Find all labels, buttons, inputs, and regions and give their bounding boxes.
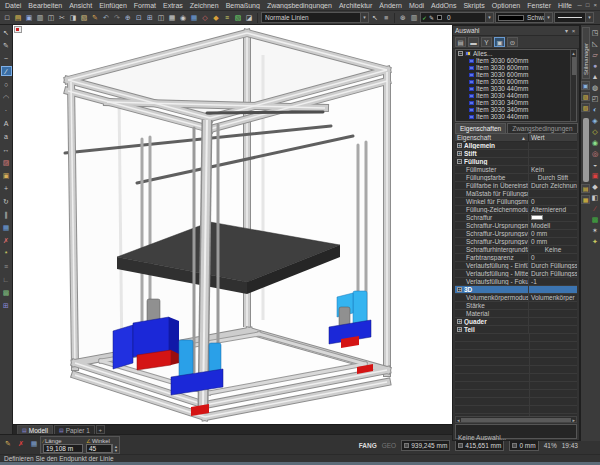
property-value[interactable]: -1 xyxy=(531,278,537,285)
dimension-tool-icon[interactable]: ↔ xyxy=(1,144,12,154)
dock-style-icon[interactable]: ▤ xyxy=(581,184,590,193)
menu-item[interactable]: AddOns xyxy=(431,2,456,9)
property-row[interactable]: Füllfarbe in Übereinsti... Durch Zeichnu… xyxy=(455,182,577,190)
text-tool-icon[interactable]: A xyxy=(1,118,12,128)
expand-icon[interactable]: + xyxy=(457,319,462,324)
edit-command-icon[interactable]: ✎ xyxy=(3,439,13,449)
slice-icon[interactable]: ∕ xyxy=(591,204,600,213)
property-row[interactable]: Füllung-Zeichenmodus Alternierend xyxy=(455,206,577,214)
property-row[interactable]: Schraffur-Ursprungsvers... 0 mm xyxy=(455,230,577,238)
open-icon[interactable]: ▤ xyxy=(13,13,23,23)
scroll-left-icon[interactable]: ◂ xyxy=(457,417,460,423)
property-row[interactable]: Winkel für Füllungsmuster 0 xyxy=(455,198,577,206)
scroll-thumb[interactable] xyxy=(572,57,576,75)
property-value[interactable]: Durch Füllungsstil xyxy=(531,270,577,277)
menu-item[interactable]: Bearbeiten xyxy=(28,2,62,9)
property-row[interactable]: Schraffurhintergrundfar... Keine xyxy=(455,246,577,254)
menu-item[interactable]: Hilfe xyxy=(558,2,572,9)
panel-close-icon[interactable]: × xyxy=(570,28,577,34)
ucs-tool-icon[interactable]: ∟ xyxy=(1,274,12,284)
tree-item[interactable]: Item 3030 440mm xyxy=(456,92,576,99)
menu-item[interactable]: Modi xyxy=(409,2,424,9)
dock-panel-icon[interactable]: ▣ xyxy=(581,81,590,90)
linestyle-combo[interactable]: Normale Linien ▾ xyxy=(261,12,369,23)
coordinate-field[interactable]: 0 mm xyxy=(509,440,538,451)
expand-icon[interactable]: + xyxy=(457,327,462,332)
add-sheet-button[interactable]: + xyxy=(96,425,105,434)
column-wert[interactable]: Wert xyxy=(531,134,545,141)
expand-icon[interactable]: + xyxy=(457,151,462,156)
light-icon[interactable]: ✦ xyxy=(591,237,600,246)
selection-list-icon[interactable]: ▬ xyxy=(468,37,479,47)
property-value[interactable]: 0 xyxy=(531,198,535,205)
dock-scrollbar[interactable] xyxy=(583,118,589,182)
sheet-tab[interactable]: ▤ Modell xyxy=(17,425,53,434)
menu-item[interactable]: Bemaßung xyxy=(226,2,260,9)
menu-item[interactable]: Zeichnen xyxy=(190,2,219,9)
selection-settings-icon[interactable]: ▤ xyxy=(455,37,466,47)
print-icon[interactable]: ▥ xyxy=(35,13,45,23)
hatch-tool-icon[interactable]: ▨ xyxy=(1,157,12,167)
property-value[interactable]: 0 xyxy=(531,254,535,261)
property-row[interactable]: Verlaufsfüllung - Fokus... -1 xyxy=(455,278,577,286)
tree-item[interactable]: Item 3030 600mm xyxy=(456,64,576,71)
menu-item[interactable]: Fenster xyxy=(527,2,551,9)
sort-asc-icon[interactable]: ▲ xyxy=(521,135,526,141)
tab-eigenschaften[interactable]: Eigenschaften xyxy=(455,123,506,133)
spline-tool-icon[interactable]: ~ xyxy=(1,53,12,63)
coordinate-field[interactable]: 415,651 mm xyxy=(455,440,504,451)
cylinder-solid-icon[interactable]: ▱ xyxy=(591,50,600,59)
property-value[interactable]: Keine xyxy=(545,246,562,253)
coordinate-lock-icon[interactable] xyxy=(512,443,517,448)
sheet-tab[interactable]: ▤ Papier 1 xyxy=(54,425,95,434)
layer-manager-icon[interactable]: ≡ xyxy=(222,13,232,23)
property-row[interactable]: + 3D xyxy=(455,286,577,294)
collapse-icon[interactable]: − xyxy=(458,51,463,56)
intersect-icon[interactable]: ◒ xyxy=(591,160,600,169)
panel-pin-icon[interactable]: ▾ xyxy=(563,27,570,34)
chevron-down-icon[interactable]: ▾ xyxy=(360,13,368,22)
layer-combo[interactable]: ✓ ✎ 0 ▾ xyxy=(420,12,494,23)
plot-style-icon[interactable]: ▥ xyxy=(409,13,419,23)
chevron-down-icon[interactable]: ▾ xyxy=(585,13,593,22)
snap-grid-icon[interactable]: ⊞ xyxy=(1,300,12,310)
viewports-icon[interactable]: ◫ xyxy=(156,13,166,23)
menu-item[interactable]: Datei xyxy=(5,2,21,9)
property-value[interactable]: 0 mm xyxy=(531,238,547,245)
minimize-icon[interactable]: ─ xyxy=(578,1,582,10)
mirror-tool-icon[interactable]: ∥ xyxy=(1,209,12,219)
osnap-icon[interactable]: ◆ xyxy=(211,13,221,23)
tab-zwangsbedingungen[interactable]: Zwangsbedingungen xyxy=(507,123,577,133)
property-value[interactable]: Durch Zeichnung xyxy=(531,182,577,189)
chevron-down-icon[interactable]: ▾ xyxy=(544,13,552,22)
menu-item[interactable]: Skripts xyxy=(463,2,484,9)
grid-hscrollbar[interactable]: ◂ ▸ xyxy=(455,416,577,423)
geo-toggle[interactable]: GEO xyxy=(382,442,396,449)
selection-filter-icon[interactable]: Y xyxy=(481,37,492,47)
tree-item[interactable]: Item 3030 340mm xyxy=(456,99,576,106)
sweep-icon[interactable]: ◈ xyxy=(591,116,600,125)
zoom-window-icon[interactable]: ⊡ xyxy=(134,13,144,23)
circle-tool-icon[interactable]: ○ xyxy=(1,79,12,89)
fillet-icon[interactable]: ◆ xyxy=(591,182,600,191)
selection-search-icon[interactable]: ⊙ xyxy=(507,37,518,47)
copy-icon[interactable]: ◨ xyxy=(68,13,78,23)
render-scene-icon[interactable]: ✶ xyxy=(591,226,600,235)
paste-icon[interactable]: ▧ xyxy=(79,13,89,23)
hatch-color-swatch[interactable] xyxy=(531,215,543,220)
save-icon[interactable]: ▣ xyxy=(24,13,34,23)
stilmanager-tab[interactable]: Stilmanager xyxy=(582,27,590,79)
angle-input[interactable]: 45 xyxy=(86,444,112,453)
coordinate-lock-icon[interactable] xyxy=(404,443,409,448)
print-preview-icon[interactable]: ◫ xyxy=(46,13,56,23)
scroll-up-icon[interactable]: ▴ xyxy=(572,50,575,56)
explode-tool-icon[interactable]: * xyxy=(1,248,12,258)
cancel-command-icon[interactable]: ✗ xyxy=(16,439,26,449)
select-tool-icon[interactable]: ↖ xyxy=(1,27,12,37)
scroll-right-icon[interactable]: ▸ xyxy=(572,417,575,423)
line-tool-icon[interactable]: ∕ xyxy=(1,66,12,76)
match-properties-icon[interactable]: ↖ xyxy=(370,13,380,23)
array-tool-icon[interactable]: ▦ xyxy=(1,222,12,232)
format-painter-icon[interactable]: ✎ xyxy=(90,13,100,23)
menu-item[interactable]: Architektur xyxy=(339,2,372,9)
